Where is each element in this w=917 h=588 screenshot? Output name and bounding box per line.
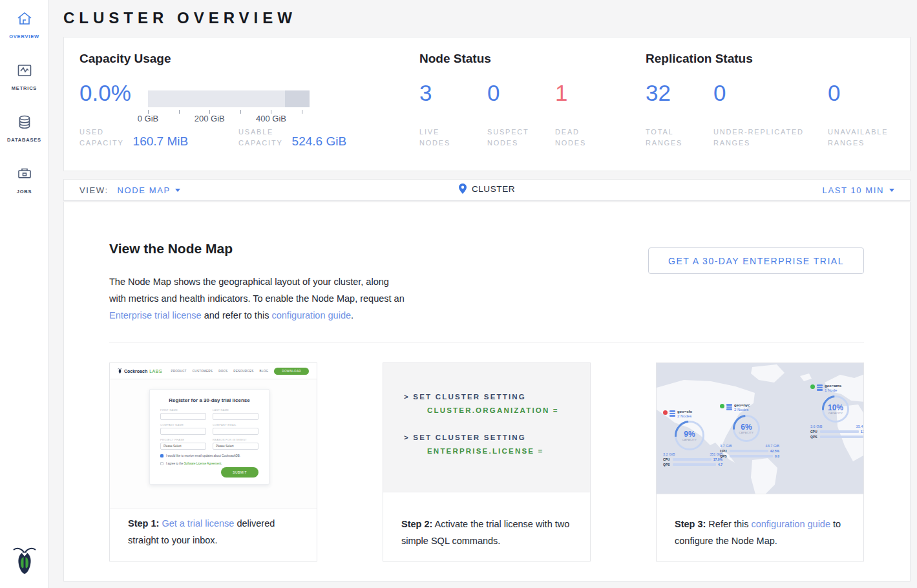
divider xyxy=(109,342,864,342)
node-count: 1 Node xyxy=(825,388,841,393)
step1-card: Cockroach LABS PRODUCT CUSTOMERS DOCS RE… xyxy=(109,362,317,562)
qps-sparkline xyxy=(820,436,863,438)
qps-label: QPS xyxy=(720,454,728,458)
get-trial-license-link[interactable]: Get a trial license xyxy=(162,518,234,529)
used-capacity-stat: USED CAPACITY 160.7 MiB xyxy=(79,127,188,149)
metrics-icon xyxy=(16,70,33,81)
field-label: PROJECT PHASE xyxy=(160,438,206,441)
total-ranges-count: 32 xyxy=(646,80,671,106)
field-label: REASON FOR INTEREST xyxy=(213,438,258,441)
configuration-guide-link[interactable]: configuration guide xyxy=(271,310,351,320)
cpu-label: CPU xyxy=(810,430,818,434)
cpu-label: CPU xyxy=(720,449,728,453)
cpu-value: 42.5% xyxy=(770,449,779,453)
description-text: The Node Map shows the geographical layo… xyxy=(109,277,405,304)
step1-caption: Step 1: Get a trial license delivered st… xyxy=(110,509,317,549)
node-status-title: Node Status xyxy=(419,52,491,66)
enterprise-trial-license-link[interactable]: Enterprise trial license xyxy=(109,310,202,320)
step2-card: > SET CLUSTER SETTING CLUSTER.ORGANIZATI… xyxy=(383,362,591,562)
nav-item: BLOG xyxy=(260,370,269,373)
checkbox-label: I agree to the xyxy=(166,462,184,465)
step3-label: Step 3: xyxy=(675,519,706,529)
sql-prompt: > SET CLUSTER SETTING xyxy=(404,393,590,401)
capacity-used-percent: 0.0% xyxy=(79,80,131,106)
enterprise-trial-button[interactable]: GET A 30-DAY ENTERPRISE TRIAL xyxy=(648,247,864,274)
sidebar: OVERVIEW METRICS DATABASES JOBS xyxy=(0,0,48,588)
node-status-red-icon xyxy=(663,410,668,415)
node-count: 2 Nodes xyxy=(677,414,692,419)
suspect-nodes-label: SUSPECTNODES xyxy=(487,127,552,149)
node-status-green-icon xyxy=(810,384,815,389)
chevron-down-icon xyxy=(889,189,894,192)
node-map-description: The Node Map shows the geographical layo… xyxy=(109,273,406,324)
capacity-gauge: 9% CAPACITY xyxy=(675,421,704,450)
capacity-percent: 9% xyxy=(684,430,695,438)
node-used: 3.2 GiB xyxy=(663,452,675,456)
sidebar-item-label: DATABASES xyxy=(0,137,48,143)
node-stack-icon xyxy=(817,384,823,391)
map-node-ams: geo=ams 1 Node 10% CAPACITY 3.6 GiB 35.4… xyxy=(810,384,863,439)
nav-item: PRODUCT xyxy=(171,370,186,373)
nav-item: DOCS xyxy=(218,370,227,373)
node-map-panel: View the Node Map The Node Map shows the… xyxy=(63,202,911,582)
briefcase-icon xyxy=(16,173,33,184)
cpu-sparkline xyxy=(673,458,711,461)
location-pin-icon xyxy=(459,184,467,194)
capacity-bar-chart xyxy=(148,90,310,107)
axis-label: 200 GiB xyxy=(195,114,225,123)
step2-label: Step 2: xyxy=(401,519,432,529)
checkbox-label: I would like to receive email updates ab… xyxy=(166,454,240,457)
cpu-label: CPU xyxy=(663,457,671,461)
view-selector-bar: VIEW: NODE MAP CLUSTER LAST 10 MIN xyxy=(63,179,911,201)
database-icon xyxy=(16,121,33,132)
capacity-axis-ticks xyxy=(148,109,310,114)
license-agreement-checkbox-row: I agree to the Software License Agreemen… xyxy=(160,462,258,465)
company-email-field xyxy=(213,428,258,435)
node-stack-icon xyxy=(726,404,732,410)
description-text: . xyxy=(351,310,353,320)
time-range-dropdown[interactable]: LAST 10 MIN xyxy=(823,185,894,195)
steps-row: Cockroach LABS PRODUCT CUSTOMERS DOCS RE… xyxy=(109,362,864,562)
cluster-label: CLUSTER xyxy=(472,184,515,194)
step2-caption: Step 2: Activate the trial license with … xyxy=(383,492,590,549)
reason-select: Please Select xyxy=(213,443,258,450)
usable-capacity-label: USABLE xyxy=(238,127,283,138)
sidebar-item-metrics[interactable]: METRICS xyxy=(0,52,48,103)
cpu-value: 12.3% xyxy=(861,430,863,434)
first-name-field xyxy=(160,413,206,420)
used-capacity-value: 160.7 MiB xyxy=(133,134,189,149)
qps-sparkline xyxy=(673,463,716,466)
sidebar-item-jobs[interactable]: JOBS xyxy=(0,155,48,207)
sidebar-item-overview[interactable]: OVERVIEW xyxy=(0,0,48,52)
suspect-nodes-count: 0 xyxy=(487,80,500,106)
qps-label: QPS xyxy=(810,435,818,439)
view-dropdown[interactable]: NODE MAP xyxy=(118,185,180,195)
capacity-percent: 6% xyxy=(741,423,752,431)
field-label: LAST NAME xyxy=(213,408,258,412)
unavailable-ranges-count: 0 xyxy=(828,80,840,106)
time-range-value: LAST 10 MIN xyxy=(823,185,884,195)
live-nodes-label: LIVENODES xyxy=(419,127,484,149)
capacity-percent: 10% xyxy=(828,404,843,412)
license-agreement-link: Software License Agreement. xyxy=(184,462,222,465)
sidebar-item-databases[interactable]: DATABASES xyxy=(0,103,48,155)
node-stack-icon xyxy=(669,410,675,417)
qps-value: 0.0 xyxy=(775,454,779,458)
project-phase-select: Please Select xyxy=(160,443,206,450)
total-ranges-label: TOTALRANGES xyxy=(646,127,710,149)
used-capacity-label: USED xyxy=(79,127,124,138)
download-button: DOWNLOAD xyxy=(274,368,309,375)
sql-prompt: > SET CLUSTER SETTING xyxy=(404,434,590,441)
field-label: COMPANY EMAIL xyxy=(213,423,258,426)
capacity-label: CAPACITY xyxy=(739,431,754,434)
node-used: 3.7 GiB xyxy=(720,444,732,448)
replication-status-title: Replication Status xyxy=(646,52,753,66)
axis-label: 0 GiB xyxy=(138,114,159,123)
form-title: Register for a 30-day trial license xyxy=(160,397,258,403)
configuration-guide-link[interactable]: configuration guide xyxy=(751,519,830,529)
usable-capacity-stat: USABLE CAPACITY 524.6 GiB xyxy=(238,127,346,149)
step1-site-thumbnail: Cockroach LABS PRODUCT CUSTOMERS DOCS RE… xyxy=(110,363,317,509)
chevron-down-icon xyxy=(175,189,180,192)
field-label: FIRST NAME xyxy=(160,408,206,412)
view-dropdown-value: NODE MAP xyxy=(118,185,171,195)
